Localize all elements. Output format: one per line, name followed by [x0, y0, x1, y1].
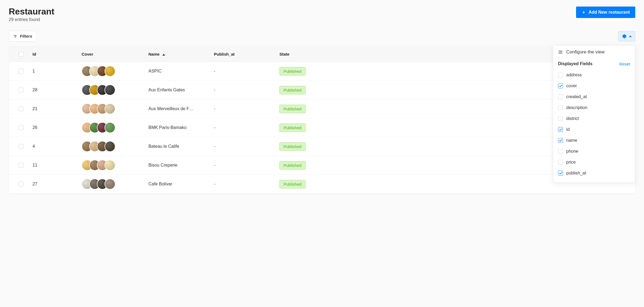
- field-option-description[interactable]: description: [558, 102, 630, 113]
- caret-up-icon: [629, 35, 632, 37]
- field-option-publish_at[interactable]: publish_at: [558, 168, 630, 179]
- row-publish-at: -: [210, 175, 275, 194]
- svg-rect-5: [559, 51, 562, 52]
- select-all-checkbox[interactable]: [19, 52, 23, 57]
- cover-thumbnail: [105, 160, 115, 171]
- svg-point-6: [562, 51, 562, 52]
- field-label: publish_at: [566, 171, 586, 176]
- field-option-price[interactable]: price: [558, 157, 630, 168]
- svg-rect-2: [14, 35, 17, 35]
- status-badge: Published: [279, 142, 306, 151]
- field-checkbox[interactable]: [558, 138, 563, 143]
- row-id: 27: [28, 175, 77, 194]
- cover-thumbnails: [82, 122, 140, 133]
- cover-thumbnail: [105, 66, 115, 77]
- filters-button[interactable]: Filters: [9, 31, 37, 41]
- row-id: 21: [28, 100, 77, 118]
- field-label: description: [566, 105, 587, 110]
- cover-thumbnail: [105, 85, 115, 95]
- row-checkbox[interactable]: [19, 88, 23, 92]
- row-id: 26: [28, 118, 77, 137]
- row-checkbox[interactable]: [19, 144, 23, 149]
- column-id[interactable]: Id: [28, 47, 77, 62]
- field-label: id: [566, 127, 570, 132]
- table-row[interactable]: 21Aux Merveilleux de F…-Published: [9, 100, 635, 118]
- field-checkbox[interactable]: [558, 105, 563, 110]
- reset-link[interactable]: Reset: [619, 62, 630, 66]
- field-checkbox[interactable]: [558, 94, 563, 99]
- column-name[interactable]: Name: [144, 47, 210, 62]
- settings-button[interactable]: [618, 31, 635, 41]
- field-label: cover: [566, 83, 577, 88]
- cover-thumbnail: [105, 103, 115, 114]
- plus-icon: [582, 10, 586, 14]
- field-label: address: [566, 73, 582, 77]
- field-checkbox[interactable]: [558, 160, 563, 165]
- cover-thumbnail: [105, 179, 115, 189]
- filters-label: Filters: [20, 34, 32, 38]
- data-table: Id Cover Name Publish_at State 1ASPIC-Pu…: [9, 46, 635, 194]
- svg-rect-4: [15, 37, 16, 37]
- field-option-name[interactable]: name: [558, 135, 630, 146]
- field-label: price: [566, 160, 576, 165]
- row-publish-at: -: [210, 137, 275, 156]
- table-row[interactable]: 28Aux Enfants Gates-Published: [9, 81, 635, 100]
- table-row[interactable]: 11Bisou Creperie-Published: [9, 156, 635, 175]
- status-badge: Published: [279, 86, 306, 94]
- row-name: Cafe Bolivar: [144, 175, 210, 194]
- column-cover[interactable]: Cover: [77, 47, 144, 62]
- field-option-cover[interactable]: cover: [558, 80, 630, 91]
- cover-thumbnail: [105, 122, 115, 133]
- status-badge: Published: [279, 180, 306, 188]
- field-label: name: [566, 138, 577, 143]
- svg-point-8: [559, 53, 559, 53]
- row-id: 1: [28, 62, 77, 81]
- field-checkbox[interactable]: [558, 83, 563, 88]
- field-option-id[interactable]: id: [558, 124, 630, 135]
- filter-icon: [13, 34, 17, 38]
- field-label: created_at: [566, 94, 587, 99]
- row-checkbox[interactable]: [19, 125, 23, 130]
- row-publish-at: -: [210, 81, 275, 100]
- row-id: 4: [28, 137, 77, 156]
- row-checkbox[interactable]: [19, 182, 23, 186]
- status-badge: Published: [279, 161, 306, 170]
- row-checkbox[interactable]: [19, 163, 23, 168]
- field-checkbox[interactable]: [558, 73, 563, 77]
- field-option-address[interactable]: address: [558, 70, 630, 80]
- field-checkbox[interactable]: [558, 149, 563, 154]
- cover-thumbnails: [82, 103, 140, 114]
- row-name: Aux Merveilleux de F…: [144, 100, 210, 118]
- cover-thumbnails: [82, 66, 140, 77]
- table-row[interactable]: 27Cafe Bolivar-Published: [9, 175, 635, 194]
- row-name: Aux Enfants Gates: [144, 81, 210, 100]
- table-row[interactable]: 26BMK Paris-Bamako-Published: [9, 118, 635, 137]
- row-id: 28: [28, 81, 77, 100]
- row-id: 11: [28, 156, 77, 175]
- row-name: BMK Paris-Bamako: [144, 118, 210, 137]
- row-name: ASPIC: [144, 62, 210, 81]
- row-publish-at: -: [210, 156, 275, 175]
- configure-view-title: Configure the view: [566, 49, 605, 55]
- row-checkbox[interactable]: [19, 69, 23, 74]
- field-label: district: [566, 116, 579, 121]
- row-publish-at: -: [210, 100, 275, 118]
- field-option-district[interactable]: district: [558, 113, 630, 124]
- field-checkbox[interactable]: [558, 127, 563, 132]
- table-row[interactable]: 1ASPIC-Published: [9, 62, 635, 81]
- svg-rect-7: [559, 53, 562, 53]
- column-publish-at[interactable]: Publish_at: [210, 47, 275, 62]
- column-name-label: Name: [148, 52, 160, 56]
- row-checkbox[interactable]: [19, 106, 23, 111]
- add-new-button[interactable]: Add New restaurant: [576, 7, 635, 18]
- field-label: phone: [566, 149, 579, 154]
- field-checkbox[interactable]: [558, 116, 563, 121]
- field-option-phone[interactable]: phone: [558, 146, 630, 157]
- row-name: Bisou Creperie: [144, 156, 210, 175]
- row-publish-at: -: [210, 118, 275, 137]
- row-name: Bateau le Calife: [144, 137, 210, 156]
- field-option-created_at[interactable]: created_at: [558, 91, 630, 102]
- table-row[interactable]: 4Bateau le Calife-Published: [9, 137, 635, 156]
- status-badge: Published: [279, 124, 306, 132]
- field-checkbox[interactable]: [558, 171, 563, 176]
